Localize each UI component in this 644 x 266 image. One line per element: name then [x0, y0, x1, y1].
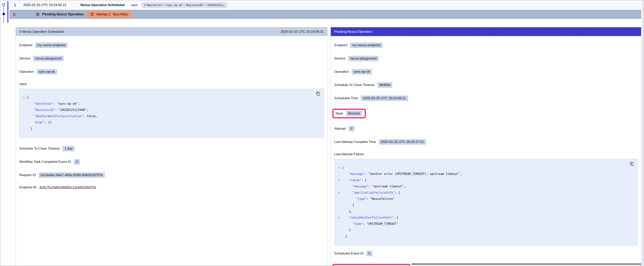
scheduled-fields-bottom: Schedule To Close Timeout1 dayWorkflow T… [19, 146, 324, 178]
json-line-text: "message": "upstream timeout", [342, 183, 405, 190]
field-row-service: Servicenexus-playground [19, 56, 324, 61]
event-id-link[interactable]: 5 [14, 3, 16, 7]
scheduled-panel-timestamp: 2025-02-25 UTC 20:24:09.21 [281, 30, 324, 34]
json-line-text: "HandlerWaitForCancellation": false, [27, 113, 97, 119]
field-value-chip: 1 day [62, 146, 75, 151]
scheduled-fields-top: Endpointmy-nexus-endpointServicenexus-pl… [19, 42, 324, 75]
json-line-text: "nexusHandlerFailureInfo": { [342, 214, 398, 221]
json-gutter [336, 227, 342, 233]
json-line-text: "BusinessID": "20250225122409", [27, 107, 88, 113]
json-line: "BusinessID": "20250225122409", [21, 107, 320, 113]
field-row-attempt: Attempt2 [334, 126, 638, 132]
json-line: } [21, 126, 320, 132]
copy-icon[interactable] [316, 91, 320, 96]
field-row-last-attempt-complete-time: Last Attempt Complete Time2025-02-25 UTC… [334, 139, 638, 145]
pending-event-title: Pending Nexus Operation [42, 12, 84, 16]
field-row-scheduled-event-id: Scheduled Event ID5 [334, 250, 638, 256]
collapse-chevron-icon[interactable]: ∨ [336, 190, 342, 196]
json-gutter [336, 171, 342, 177]
json-line-text: { [342, 165, 344, 171]
json-line: "Operation": "sync-op-ok", [21, 101, 320, 107]
json-line-text: "Operation": "sync-op-ok", [27, 101, 80, 107]
json-line-text: } [342, 233, 347, 239]
json-gutter [336, 208, 342, 214]
field-value-chip: 4 [74, 159, 80, 165]
json-line: "Args": [] [21, 119, 320, 126]
input-label: Input [131, 4, 138, 7]
input-section-label: Input [19, 82, 324, 86]
event-title: Nexus Operation Scheduled [80, 3, 125, 7]
json-line-text: "cause": { [342, 177, 366, 183]
collapse-chevron-icon[interactable]: ∨ [336, 165, 342, 171]
copy-icon[interactable] [630, 161, 634, 166]
field-value-chip: 2025-02-25 UTC 20:24:09.21 [361, 96, 408, 101]
input-preview-chip[interactable]: {"Operation":"sync-op-ok","BusinessID":"… [142, 3, 227, 8]
endpoint-id-label: Endpoint ID [19, 185, 37, 189]
pending-panel-header: Pending Nexus Operation [331, 27, 641, 36]
pending-fields: Endpointmy-nexus-endpointServicenexus-pl… [334, 42, 638, 145]
retry-refresh-icon [90, 13, 94, 16]
field-value-chip: Blocked [346, 111, 362, 116]
field-value-chip: my-nexus-endpoint [350, 43, 382, 48]
json-line-text: } [342, 227, 351, 233]
field-row-endpoint: Endpointmy-nexus-endpoint [19, 42, 324, 48]
json-gutter [336, 233, 342, 239]
field-row-endpoint: Endpointmy-nexus-endpoint [334, 42, 638, 48]
selected-event-indicator-bar [8, 1, 8, 23]
json-gutter [336, 221, 342, 227]
json-gutter [21, 119, 27, 126]
field-label: Scheduled Event ID [334, 251, 364, 255]
json-line: }, [336, 208, 634, 214]
event-timestamp: 2025-02-25 UTC 20:24:09.21 [23, 3, 66, 7]
field-label: Endpoint [19, 43, 32, 47]
json-line-text: "applicationFailureInfo": { [342, 190, 400, 196]
vertical-scrollbar[interactable] [642, 1, 644, 265]
endpoint-id-link[interactable]: 3c0c75ccfa8144b092c13ce632463761 [39, 185, 96, 189]
json-line-text: "Args": [] [27, 119, 52, 126]
field-value-chip: 2 [348, 126, 354, 131]
input-json-viewer: ∨{ "Operation": "sync-op-ok", "BusinessI… [19, 89, 324, 138]
field-row-operation: Operationsync-op-ok [19, 69, 324, 75]
collapse-chevron-icon[interactable]: ∨ [336, 214, 342, 221]
json-line-text: "message": "handler error (UPSTREAM_TIME… [342, 171, 462, 177]
field-label: Scheduled Time [334, 96, 358, 100]
retry-status-badge: Attempt 2 · Next Retry [87, 11, 131, 18]
json-gutter [21, 101, 27, 107]
field-label: Endpoint [334, 43, 347, 47]
retry-badge-label: Attempt 2 · Next Retry [96, 13, 128, 16]
field-label: Schedule To Close Timeout [334, 83, 375, 87]
timeline-pending-node-icon [2, 13, 5, 16]
field-value-chip: 5 [366, 251, 372, 256]
event-history-screen: 5 2025-02-25 UTC 20:24:09.21 Nexus Opera… [0, 0, 644, 266]
json-line-text: { [27, 94, 29, 101]
json-line: ∨{ [21, 94, 320, 101]
json-line: } [336, 202, 634, 208]
field-label: State [336, 112, 343, 115]
pending-asterisk-icon [36, 12, 40, 17]
failure-json-viewer: ∨{ "message": "handler error (UPSTREAM_T… [334, 159, 638, 245]
event-row-nexus-operation-scheduled[interactable]: 5 2025-02-25 UTC 20:24:09.21 Nexus Opera… [9, 1, 641, 9]
json-gutter [336, 196, 342, 202]
timeline-event-node-icon [2, 3, 5, 6]
json-line-text: }, [342, 208, 352, 214]
scheduled-event-detail-panel: 5 Nexus Operation Scheduled 2025-02-25 U… [16, 27, 328, 266]
pending-operation-detail-panel: Pending Nexus Operation Endpointmy-nexus… [330, 27, 641, 266]
field-row-schedule-to-close-timeout: Schedule To Close Timeout86400s [334, 82, 638, 88]
field-label: Operation [19, 70, 34, 74]
field-value-chip: sync-op-ok [37, 69, 57, 75]
json-line: ∨{ [336, 165, 634, 171]
event-id-link[interactable]: 5 [13, 12, 15, 16]
field-row-operation: Operationsync-op-ok [334, 69, 638, 75]
field-row-schedule-to-close-timeout: Schedule To Close Timeout1 day [19, 146, 324, 152]
json-line: } [336, 233, 634, 239]
json-line: "message": "upstream timeout", [336, 183, 634, 190]
field-value-chip: b1c6a4bc-8ee7-468a-9169-df3b02c8737b [38, 172, 105, 178]
field-row-state: StateBlocked [334, 109, 638, 118]
json-line: "type": "UPSTREAM_TIMEOUT" [336, 221, 634, 227]
collapse-chevron-icon[interactable]: ∨ [336, 177, 342, 183]
field-row-workflow-task-completed-event-id: Workflow Task Completed Event ID4 [19, 159, 324, 165]
collapse-chevron-icon[interactable]: ∨ [21, 94, 27, 101]
annotation-highlight-box: StateBlocked [332, 109, 366, 118]
field-label: Service [19, 57, 30, 61]
event-row-pending-nexus-operation[interactable]: 5 Pending Nexus Operation Attempt 2 · Ne… [9, 10, 641, 19]
